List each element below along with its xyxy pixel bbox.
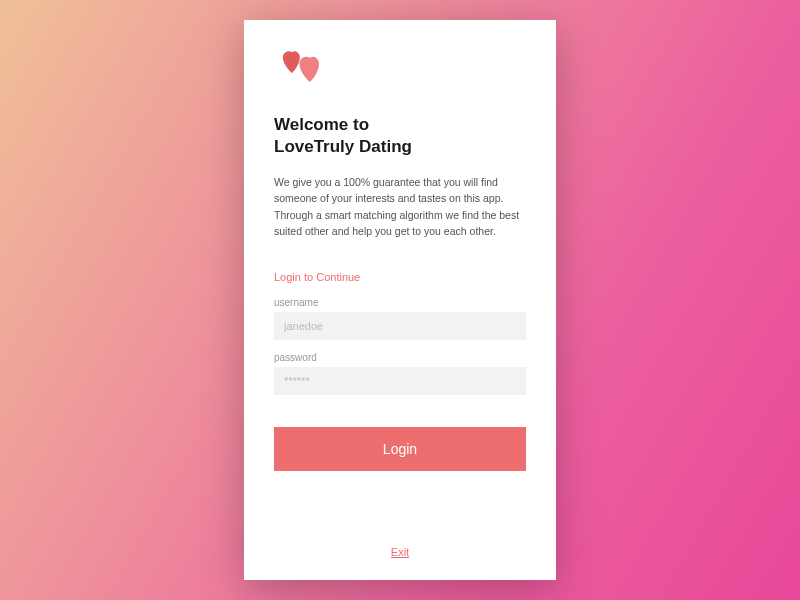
app-description: We give you a 100% guarantee that you wi… bbox=[274, 174, 526, 239]
page-title: Welcome to LoveTruly Dating bbox=[274, 114, 526, 158]
hearts-logo-icon bbox=[274, 48, 526, 92]
login-prompt: Login to Continue bbox=[274, 271, 526, 283]
exit-link[interactable]: Exit bbox=[274, 546, 526, 562]
password-input[interactable] bbox=[274, 367, 526, 395]
spacer bbox=[274, 471, 526, 546]
login-button[interactable]: Login bbox=[274, 427, 526, 471]
login-card: Welcome to LoveTruly Dating We give you … bbox=[244, 20, 556, 580]
username-label: username bbox=[274, 297, 526, 308]
username-input[interactable] bbox=[274, 312, 526, 340]
password-label: password bbox=[274, 352, 526, 363]
